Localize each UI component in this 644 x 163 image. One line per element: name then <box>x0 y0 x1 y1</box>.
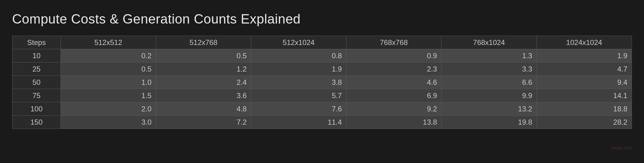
cell-value: 18.8 <box>537 102 632 116</box>
cell-value: 28.2 <box>537 116 632 129</box>
cell-value: 4.6 <box>346 76 442 89</box>
row-steps: 150 <box>12 116 61 129</box>
cell-value: 1.2 <box>156 62 251 76</box>
row-steps: 25 <box>12 62 61 76</box>
table-row: 75 1.5 3.6 5.7 6.9 9.9 14.1 <box>12 89 632 102</box>
cell-value: 0.2 <box>61 49 156 62</box>
cell-value: 1.9 <box>251 62 347 76</box>
row-steps: 50 <box>12 76 61 89</box>
table-row: 25 0.5 1.2 1.9 2.3 3.3 4.7 <box>12 62 632 76</box>
cell-value: 0.5 <box>61 62 156 76</box>
cell-value: 0.5 <box>156 49 251 62</box>
cell-value: 9.4 <box>537 76 632 89</box>
cell-value: 4.8 <box>156 102 251 116</box>
row-steps: 75 <box>12 89 61 102</box>
col-header-768x768: 768x768 <box>346 36 442 49</box>
table-row: 50 1.0 2.4 3.8 4.6 6.6 9.4 <box>12 76 632 89</box>
cell-value: 19.8 <box>442 116 537 129</box>
cell-value: 3.3 <box>442 62 537 76</box>
col-header-steps: Steps <box>12 36 61 49</box>
cell-value: 13.2 <box>442 102 537 116</box>
col-header-768x1024: 768x1024 <box>442 36 537 49</box>
cell-value: 6.9 <box>346 89 442 102</box>
cell-value: 2.3 <box>346 62 442 76</box>
cell-value: 3.6 <box>156 89 251 102</box>
cell-value: 14.1 <box>537 89 632 102</box>
col-header-512x1024: 512x1024 <box>251 36 347 49</box>
cell-value: 1.0 <box>61 76 156 89</box>
cell-value: 11.4 <box>251 116 347 129</box>
cell-value: 1.5 <box>61 89 156 102</box>
cell-value: 3.8 <box>251 76 347 89</box>
cell-value: 6.6 <box>442 76 537 89</box>
col-header-512x768: 512x768 <box>156 36 251 49</box>
cell-value: 3.0 <box>61 116 156 129</box>
table-header-row: Steps 512x512 512x768 512x1024 768x768 7… <box>12 36 632 49</box>
cell-value: 7.6 <box>251 102 347 116</box>
cell-value: 2.4 <box>156 76 251 89</box>
cell-value: 2.0 <box>61 102 156 116</box>
page-title: Compute Costs & Generation Counts Explai… <box>12 11 632 27</box>
table-row: 100 2.0 4.8 7.6 9.2 13.2 18.8 <box>12 102 632 116</box>
cell-value: 4.7 <box>537 62 632 76</box>
table-row: 10 0.2 0.5 0.8 0.9 1.3 1.9 <box>12 49 632 62</box>
table-row: 150 3.0 7.2 11.4 13.8 19.8 28.2 <box>12 116 632 129</box>
cell-value: 0.8 <box>251 49 347 62</box>
compute-costs-table: Steps 512x512 512x768 512x1024 768x768 7… <box>12 36 632 129</box>
col-header-1024x1024: 1024x1024 <box>537 36 632 49</box>
cell-value: 1.9 <box>537 49 632 62</box>
cell-value: 13.8 <box>346 116 442 129</box>
cell-value: 5.7 <box>251 89 347 102</box>
cell-value: 7.2 <box>156 116 251 129</box>
cell-value: 9.9 <box>442 89 537 102</box>
col-header-512x512: 512x512 <box>61 36 156 49</box>
row-steps: 100 <box>12 102 61 116</box>
cell-value: 1.3 <box>442 49 537 62</box>
row-steps: 10 <box>12 49 61 62</box>
cell-value: 9.2 <box>346 102 442 116</box>
cell-value: 0.9 <box>346 49 442 62</box>
